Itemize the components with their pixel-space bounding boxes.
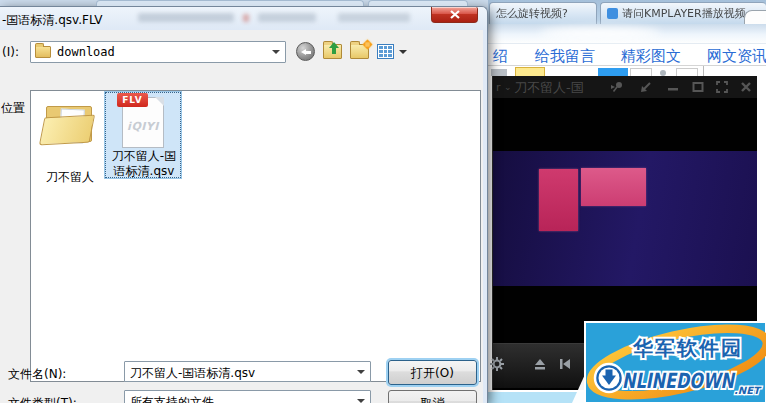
look-in-label: (I): (2, 45, 19, 59)
file-name-label: 文件名(N): (8, 366, 66, 383)
open-file-dialog: -国语标清.qsv.FLV (I): download (0, 6, 488, 403)
video-letterbox-top (493, 98, 757, 151)
cancel-button[interactable]: 取消 (388, 390, 477, 403)
file-type-label: 文件类型(T): (8, 395, 77, 403)
popup-window-corner (744, 10, 766, 24)
glass-blur-artifact (243, 14, 249, 22)
file-list[interactable]: 刀不留人 iQIYI FLV 刀不留人-国语标清.qsv (30, 90, 481, 382)
file-name-combobox[interactable]: 刀不留人-国语标清.qsv (124, 361, 371, 382)
browser-tab-2[interactable]: 请问KMPLAYER播放视频 (600, 2, 766, 24)
video-content-shape (581, 168, 646, 206)
tab-label: 怎么旋转视频? (496, 6, 568, 21)
player-titlebar[interactable]: r ⌄ 刀不留人-国 (493, 76, 757, 98)
video-content-shape (539, 169, 578, 231)
look-in-combobox[interactable]: download (30, 41, 286, 63)
player-video-title: 刀不留人-国 (514, 79, 584, 97)
page-link-intro[interactable]: 绍 (493, 47, 508, 66)
watermark-domain: NLINEDOWN (622, 369, 736, 393)
views-button[interactable] (377, 44, 394, 59)
chevron-down-icon (357, 370, 365, 374)
fullscreen-icon[interactable] (715, 80, 729, 94)
pin-icon[interactable] (610, 80, 624, 94)
watermark-tld: .NET (734, 385, 762, 396)
file-name: 刀不留人 (37, 170, 103, 185)
up-one-level-button[interactable] (323, 44, 342, 59)
new-folder-icon (350, 44, 369, 59)
places-label: 位置 (1, 100, 25, 117)
cancel-button-label: 取消 (421, 395, 445, 403)
browser-tab-1[interactable]: 怎么旋转视频? (489, 2, 597, 24)
views-icon (377, 44, 394, 59)
open-button[interactable]: 打开(O) (388, 360, 477, 385)
page-link-pictures[interactable]: 精彩图文 (621, 47, 681, 66)
folder-icon (35, 46, 51, 58)
glass-blur-artifact (138, 13, 234, 22)
onlinedown-watermark: 华军软件园 NLINEDOWN .NET (571, 314, 766, 403)
file-name-value: 刀不留人-国语标清.qsv (130, 365, 255, 382)
gear-icon[interactable] (489, 356, 505, 372)
up-folder-icon (323, 44, 342, 59)
page-link-news[interactable]: 网文资讯 (707, 47, 766, 66)
close-icon[interactable] (739, 80, 753, 94)
file-name: 刀不留人-国语标清.qsv (107, 149, 181, 179)
chevron-down-icon (272, 50, 280, 54)
back-button[interactable] (296, 42, 315, 61)
tab-label: 请问KMPLAYER播放视频 (622, 6, 746, 21)
file-type-value: 所有支持的文件 (130, 394, 214, 403)
glass-blur-artifact (338, 13, 410, 22)
restore-icon[interactable] (691, 80, 705, 94)
screenshot-root: 怎么旋转视频? 请问KMPLAYER播放视频 绍 给我留言 精彩图文 网文资讯 … (0, 0, 766, 403)
views-dropdown-caret-icon[interactable] (399, 50, 407, 54)
player-app-name: r (496, 81, 501, 94)
video-frame[interactable] (493, 151, 757, 286)
page-link-message[interactable]: 给我留言 (535, 47, 595, 66)
flv-badge: FLV (117, 93, 148, 107)
watermark-site-name: 华军软件园 (632, 336, 743, 360)
list-item-file-selected[interactable]: iQIYI FLV 刀不留人-国语标清.qsv (104, 91, 182, 179)
dialog-body: (I): download (0, 30, 483, 403)
list-item-folder[interactable]: 刀不留人 (37, 100, 103, 188)
iqiyi-watermark: iQIYI (123, 120, 163, 133)
dialog-title: -国语标清.qsv.FLV (2, 12, 102, 29)
glass-blur-artifact (258, 13, 316, 22)
chevron-down-icon[interactable]: ⌄ (504, 82, 512, 92)
chevron-down-icon (357, 399, 365, 403)
tab-favicon-icon (607, 8, 618, 19)
blurred-tab (368, 0, 468, 6)
file-type-combobox[interactable]: 所有支持的文件 (124, 390, 371, 403)
folder-front (39, 115, 95, 146)
page-fragment (491, 69, 507, 76)
back-icon (296, 42, 315, 61)
close-button[interactable] (431, 7, 478, 23)
blurred-tab (96, 0, 364, 6)
corner-arrow-icon[interactable] (639, 80, 653, 94)
minimize-icon[interactable] (666, 80, 680, 94)
eject-icon[interactable] (532, 356, 548, 372)
chrome-glass-highlight (540, 27, 660, 39)
open-button-label: 打开(O) (411, 365, 454, 382)
new-folder-button[interactable] (350, 44, 369, 59)
look-in-value: download (57, 45, 115, 59)
